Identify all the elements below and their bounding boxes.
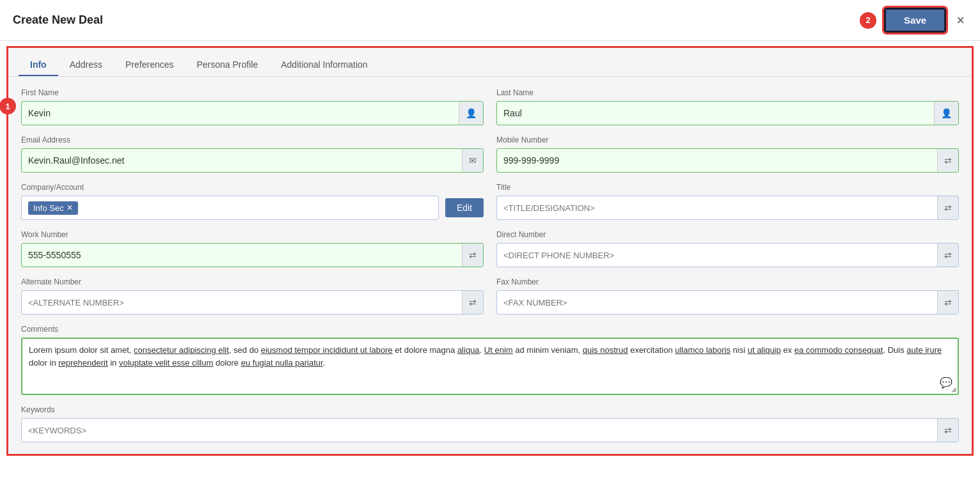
comments-group: Comments Lorem ipsum dolor sit amet, con…: [21, 325, 959, 395]
badge-1: 1: [0, 98, 16, 114]
direct-number-input-wrapper: ⇄: [496, 243, 959, 267]
name-row: First Name 👤 Last Name 👤: [21, 88, 959, 125]
tab-additional-info[interactable]: Additional Information: [269, 54, 379, 76]
fax-input[interactable]: [497, 293, 937, 313]
fax-icon[interactable]: ⇄: [937, 291, 958, 314]
first-name-label: First Name: [21, 88, 484, 97]
email-input[interactable]: [22, 150, 462, 171]
work-number-input[interactable]: [22, 245, 462, 265]
last-name-input-wrapper: 👤: [496, 101, 959, 125]
fax-input-wrapper: ⇄: [496, 290, 959, 315]
comments-text: Lorem ipsum dolor sit amet, consectetur …: [29, 344, 951, 369]
company-tag-text: Info Sec: [33, 203, 64, 213]
mobile-label: Mobile Number: [496, 136, 959, 144]
last-name-label: Last Name: [496, 88, 959, 97]
form-area: First Name 👤 Last Name 👤 E: [8, 77, 972, 454]
chat-icon: 💬: [940, 377, 952, 389]
company-tag: Info Sec ✕: [28, 201, 78, 215]
alternate-group: Alternate Number ⇄: [21, 277, 484, 315]
alternate-icon[interactable]: ⇄: [462, 291, 483, 314]
mobile-group: Mobile Number ⇄: [496, 136, 959, 173]
keywords-icon[interactable]: ⇄: [937, 419, 958, 442]
work-direct-row: Work Number ⇄ Direct Number ⇄: [21, 230, 959, 267]
fax-label: Fax Number: [496, 277, 959, 286]
company-wrapper: Info Sec ✕ Edit: [21, 196, 484, 220]
last-name-person-icon[interactable]: 👤: [934, 102, 958, 125]
work-number-label: Work Number: [21, 230, 484, 239]
alternate-fax-row: Alternate Number ⇄ Fax Number ⇄: [21, 277, 959, 315]
company-group: Company/Account Info Sec ✕ Edit: [21, 183, 484, 220]
fax-group: Fax Number ⇄: [496, 277, 959, 315]
alternate-label: Alternate Number: [21, 277, 484, 286]
alternate-input-wrapper: ⇄: [21, 290, 484, 315]
tabs-bar: Info Address Preferences Persona Profile…: [8, 48, 972, 77]
direct-number-group: Direct Number ⇄: [496, 230, 959, 267]
company-tag-remove[interactable]: ✕: [67, 203, 73, 212]
modal-header: Create New Deal 2 Save ×: [0, 0, 980, 41]
save-button[interactable]: Save: [884, 8, 946, 33]
email-input-wrapper: ✉: [21, 148, 484, 173]
work-number-input-wrapper: ⇄: [21, 243, 484, 267]
modal-body: 1 Info Address Preferences Persona Profi…: [6, 46, 974, 456]
first-name-input-wrapper: 👤: [21, 101, 484, 125]
work-number-group: Work Number ⇄: [21, 230, 484, 267]
tab-address[interactable]: Address: [58, 54, 114, 76]
direct-number-icon[interactable]: ⇄: [937, 244, 958, 267]
first-name-group: First Name 👤: [21, 88, 484, 125]
comments-wrapper: Lorem ipsum dolor sit amet, consectetur …: [21, 338, 959, 395]
company-label: Company/Account: [21, 183, 484, 192]
badge-2: 2: [860, 12, 876, 29]
title-icon[interactable]: ⇄: [937, 196, 958, 219]
direct-number-input[interactable]: [497, 245, 937, 265]
direct-number-label: Direct Number: [496, 230, 959, 239]
email-label: Email Address: [21, 136, 484, 144]
first-name-person-icon[interactable]: 👤: [459, 102, 483, 125]
title-label: Title: [496, 183, 959, 192]
email-icon[interactable]: ✉: [462, 149, 483, 172]
email-group: Email Address ✉: [21, 136, 484, 173]
work-number-icon[interactable]: ⇄: [462, 244, 483, 267]
first-name-input[interactable]: [22, 103, 459, 123]
company-title-row: Company/Account Info Sec ✕ Edit Title: [21, 183, 959, 220]
resize-handle[interactable]: ◢: [951, 385, 956, 393]
mobile-input[interactable]: [497, 150, 937, 171]
tab-preferences[interactable]: Preferences: [114, 54, 185, 76]
tab-info[interactable]: Info: [19, 54, 58, 76]
modal-title: Create New Deal: [13, 13, 103, 27]
tab-persona-profile[interactable]: Persona Profile: [186, 54, 270, 76]
keywords-group: Keywords ⇄: [21, 405, 959, 442]
edit-button[interactable]: Edit: [445, 198, 484, 217]
contact-row: Email Address ✉ Mobile Number ⇄: [21, 136, 959, 173]
title-input[interactable]: [497, 198, 937, 218]
title-group: Title ⇄: [496, 183, 959, 220]
keywords-input[interactable]: [22, 421, 937, 440]
last-name-input[interactable]: [497, 103, 934, 123]
comments-label: Comments: [21, 325, 959, 334]
mobile-input-wrapper: ⇄: [496, 148, 959, 173]
mobile-icon[interactable]: ⇄: [937, 149, 958, 172]
title-input-wrapper: ⇄: [496, 196, 959, 220]
keywords-input-wrapper: ⇄: [21, 418, 959, 442]
close-button[interactable]: ×: [954, 12, 967, 29]
keywords-label: Keywords: [21, 405, 959, 414]
alternate-input[interactable]: [22, 293, 462, 313]
header-actions: 2 Save ×: [860, 8, 967, 33]
company-input-box: Info Sec ✕: [21, 196, 439, 220]
last-name-group: Last Name 👤: [496, 88, 959, 125]
